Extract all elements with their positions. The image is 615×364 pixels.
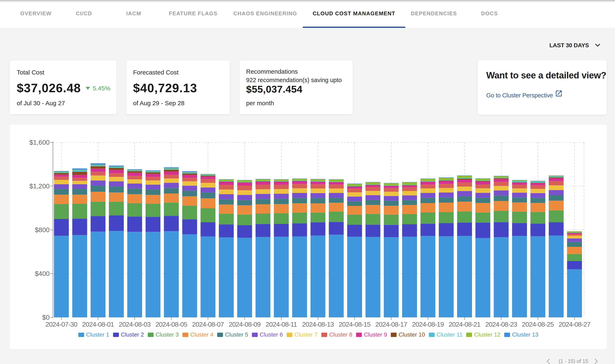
svg-text:$1,200: $1,200 [29,182,50,190]
svg-text:2024-08-15: 2024-08-15 [339,321,371,328]
svg-text:2024-08-11: 2024-08-11 [266,321,297,328]
svg-text:2024-07-30: 2024-07-30 [45,321,77,328]
svg-text:2024-08-21: 2024-08-21 [449,321,480,328]
svg-text:2024-08-19: 2024-08-19 [412,321,444,328]
svg-text:$1,600: $1,600 [29,139,50,146]
svg-text:2024-08-13: 2024-08-13 [302,321,334,328]
svg-text:$0: $0 [42,314,50,321]
svg-text:2024-08-03: 2024-08-03 [119,321,151,328]
svg-text:2024-08-23: 2024-08-23 [485,321,517,328]
svg-text:$400: $400 [35,270,50,277]
svg-text:2024-08-25: 2024-08-25 [522,321,554,328]
svg-text:2024-08-27: 2024-08-27 [559,321,590,328]
svg-text:2024-08-01: 2024-08-01 [82,321,114,328]
svg-text:$800: $800 [35,226,50,234]
svg-text:2024-08-09: 2024-08-09 [229,321,261,328]
svg-text:2024-08-07: 2024-08-07 [192,321,224,328]
svg-text:2024-08-05: 2024-08-05 [155,321,187,328]
svg-text:2024-08-17: 2024-08-17 [375,321,407,328]
